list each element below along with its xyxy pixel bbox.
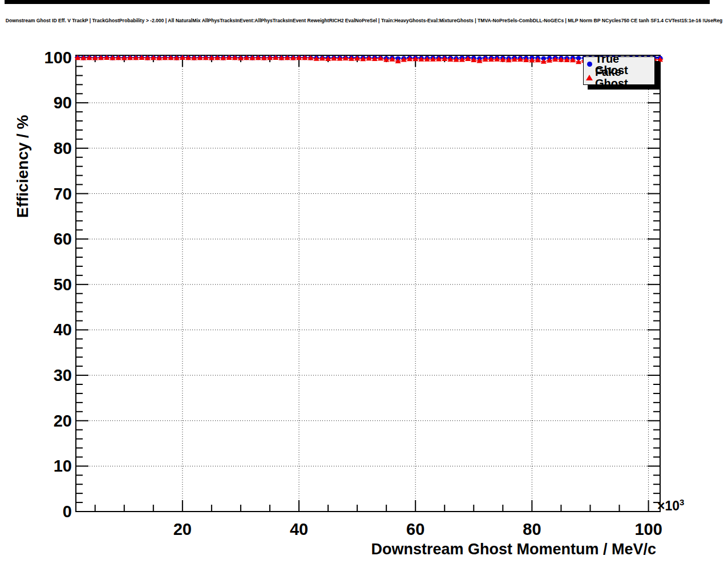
svg-text:0: 0 <box>63 502 72 521</box>
legend-entry-fake-ghost: Fake Ghost <box>584 71 654 84</box>
svg-text:30: 30 <box>54 366 72 384</box>
svg-text:80: 80 <box>54 139 72 157</box>
svg-text:60: 60 <box>406 520 424 538</box>
y-axis-title: Efficiency / % <box>14 115 32 218</box>
x-axis-title: Downstream Ghost Momentum / MeV/c <box>371 541 656 558</box>
svg-text:40: 40 <box>54 320 72 339</box>
svg-text:60: 60 <box>54 230 72 248</box>
svg-text:80: 80 <box>523 520 541 538</box>
root-canvas: { "window": { "top_bar_color": "#000000"… <box>0 0 728 568</box>
svg-text:70: 70 <box>54 185 72 203</box>
svg-text:20: 20 <box>173 520 192 538</box>
svg-text:40: 40 <box>290 520 308 538</box>
svg-text:50: 50 <box>54 275 72 294</box>
legend-box: True Ghost Fake Ghost <box>583 56 655 85</box>
x-axis-exponent: ×103 <box>657 497 684 514</box>
triangle-icon <box>584 75 595 80</box>
svg-text:100: 100 <box>45 48 72 67</box>
svg-text:90: 90 <box>54 94 72 112</box>
svg-text:10: 10 <box>54 457 72 475</box>
svg-text:20: 20 <box>54 412 72 430</box>
circle-icon <box>584 62 595 67</box>
legend-label: Fake Ghost <box>595 66 654 89</box>
svg-text:100: 100 <box>634 520 662 538</box>
